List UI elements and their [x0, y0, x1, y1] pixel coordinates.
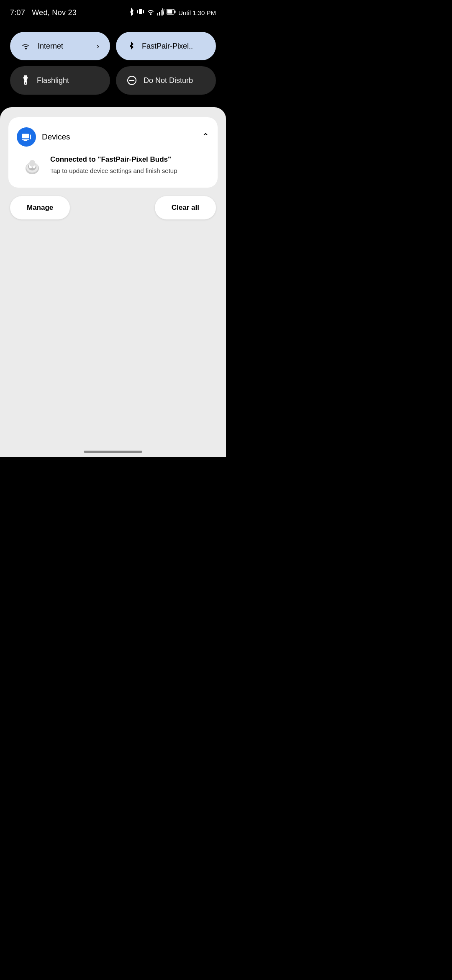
status-icons: [128, 8, 176, 18]
battery-icon: [167, 9, 176, 16]
internet-tile-label: Internet: [38, 42, 63, 51]
home-indicator: [0, 442, 226, 457]
internet-chevron-icon: ›: [97, 42, 99, 51]
notification-area: Devices ⌃ Connected to "FastPair-Pixel B…: [0, 107, 226, 442]
device-notification-text: Connected to "FastPair-Pixel Buds" Tap t…: [50, 155, 177, 175]
collapse-chevron-icon[interactable]: ⌃: [202, 132, 209, 142]
status-time-date: 7:07 Wed, Nov 23: [10, 8, 77, 17]
quick-settings-panel: Internet › FastPair-Pixel.. Flashlight: [0, 23, 226, 107]
status-bar: 7:07 Wed, Nov 23: [0, 0, 226, 23]
svg-rect-5: [167, 10, 172, 14]
dnd-tile-icon: [127, 75, 137, 85]
internet-tile[interactable]: Internet ›: [10, 32, 110, 60]
action-buttons: Manage Clear all: [8, 196, 218, 219]
device-card-title: Devices: [42, 132, 70, 142]
flashlight-tile-label: Flashlight: [37, 76, 69, 85]
devices-icon-circle: [17, 127, 36, 147]
bluetooth-tile-icon: [127, 41, 135, 51]
device-card[interactable]: Devices ⌃ Connected to "FastPair-Pixel B…: [8, 117, 218, 188]
svg-rect-2: [143, 10, 144, 13]
svg-rect-12: [22, 134, 29, 138]
wifi-icon: [146, 8, 155, 17]
svg-line-3: [163, 9, 164, 15]
wifi-tile-icon: [21, 42, 31, 50]
home-bar: [84, 451, 142, 453]
fastpair-tile-label: FastPair-Pixel..: [142, 42, 193, 51]
svg-rect-20: [29, 160, 35, 167]
fastpair-tile[interactable]: FastPair-Pixel..: [116, 32, 216, 60]
svg-rect-0: [139, 9, 142, 14]
svg-rect-7: [24, 75, 27, 77]
status-until: Until 1:30 PM: [178, 9, 216, 16]
device-card-header: Devices ⌃: [17, 127, 209, 147]
manage-button[interactable]: Manage: [10, 196, 70, 219]
dnd-tile-label: Do Not Disturb: [144, 76, 193, 85]
device-notification-body: Tap to update device settings and finish…: [50, 166, 177, 175]
status-time: 7:07: [10, 8, 25, 17]
signal-icon: [157, 8, 164, 17]
clear-all-button[interactable]: Clear all: [155, 196, 216, 219]
flashlight-tile-icon: [21, 75, 30, 85]
status-date: Wed, Nov 23: [32, 8, 77, 17]
device-card-title-row: Devices: [17, 127, 70, 147]
bluetooth-icon: [128, 8, 135, 18]
svg-rect-6: [174, 10, 175, 13]
status-right-area: Until 1:30 PM: [128, 8, 216, 18]
device-notification[interactable]: Connected to "FastPair-Pixel Buds" Tap t…: [17, 155, 209, 178]
vibrate-icon: [137, 8, 144, 17]
device-notification-heading: Connected to "FastPair-Pixel Buds": [50, 155, 177, 164]
svg-rect-1: [137, 10, 138, 13]
svg-rect-14: [24, 140, 28, 141]
dnd-tile[interactable]: Do Not Disturb: [116, 66, 216, 95]
svg-rect-13: [22, 139, 29, 140]
flashlight-tile[interactable]: Flashlight: [10, 66, 110, 95]
svg-point-9: [25, 83, 26, 84]
earbuds-icon: [21, 155, 44, 178]
